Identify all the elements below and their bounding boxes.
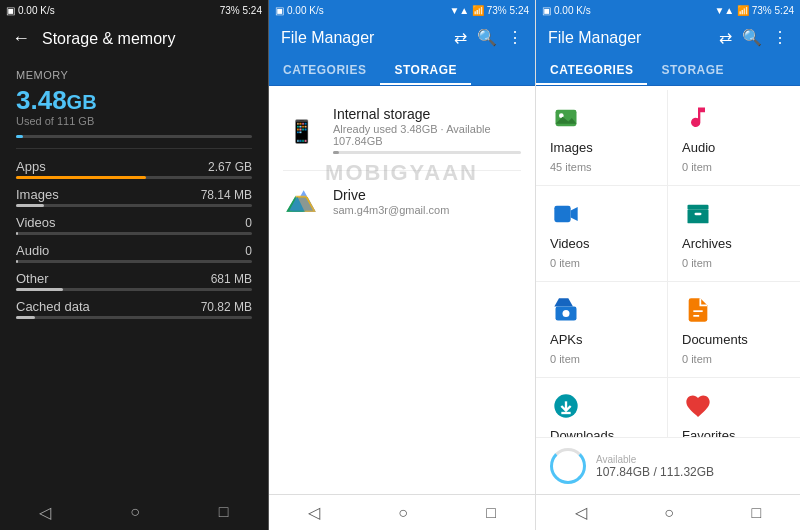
documents-cat-count: 0 item — [682, 353, 712, 365]
images-label: Images — [16, 187, 59, 202]
file-manager-storage-panel: ▣ 0.00 K/s ▼▲ 📶 73% 5:24 File Manager ⇄ … — [268, 0, 535, 530]
notif-icon-p2: ▣ — [275, 5, 284, 16]
videos-progress — [16, 232, 252, 235]
cat-item-audio[interactable]: Audio 0 item — [668, 90, 800, 186]
storage-list: 📱 Internal storage Already used 3.48GB ·… — [269, 86, 535, 494]
videos-cat-name: Videos — [550, 236, 590, 251]
more-icon-p3[interactable]: ⋮ — [772, 28, 788, 47]
images-value: 78.14 MB — [201, 188, 252, 202]
divider1 — [16, 148, 252, 149]
home-nav-p2[interactable]: ○ — [382, 500, 424, 526]
favorites-icon — [682, 390, 714, 422]
internal-storage-item[interactable]: 📱 Internal storage Already used 3.48GB ·… — [269, 94, 535, 170]
audio-progress-fill — [16, 260, 18, 263]
images-row: Images 78.14 MB — [16, 187, 252, 202]
apks-cat-count: 0 item — [550, 353, 580, 365]
tab-categories-p2[interactable]: CATEGORIES — [269, 55, 380, 85]
tab-bar-p2: CATEGORIES STORAGE — [269, 55, 535, 86]
archives-icon — [682, 198, 714, 230]
svg-rect-14 — [688, 209, 709, 223]
status-right-p2: ▼▲ 📶 73% 5:24 — [449, 5, 529, 16]
audio-section: Audio 0 — [16, 243, 252, 263]
home-nav-p3[interactable]: ○ — [648, 500, 690, 526]
audio-label: Audio — [16, 243, 49, 258]
downloads-cat-name: Downloads — [550, 428, 614, 437]
search-icon-p3[interactable]: 🔍 — [742, 28, 762, 47]
status-bar-p3: ▣ 0.00 K/s ▼▲ 📶 73% 5:24 — [536, 0, 800, 20]
available-label: Available — [596, 454, 714, 465]
downloads-icon — [550, 390, 582, 422]
apps-value: 2.67 GB — [208, 160, 252, 174]
fm-title-p2: File Manager — [281, 29, 374, 47]
status-left: ▣ 0.00 K/s — [6, 5, 55, 16]
more-icon[interactable]: ⋮ — [507, 28, 523, 47]
audio-cat-count: 0 item — [682, 161, 712, 173]
status-left-p3: ▣ 0.00 K/s — [542, 5, 591, 16]
drive-item[interactable]: Drive sam.g4m3r@gmail.com — [269, 171, 535, 231]
search-icon[interactable]: 🔍 — [477, 28, 497, 47]
cat-item-favorites[interactable]: Favorites 0 item — [668, 378, 800, 437]
archives-cat-name: Archives — [682, 236, 732, 251]
tab-bar-p3: CATEGORIES STORAGE — [536, 55, 800, 86]
cat-item-documents[interactable]: Documents 0 item — [668, 282, 800, 378]
file-manager-categories-panel: ▣ 0.00 K/s ▼▲ 📶 73% 5:24 File Manager ⇄ … — [535, 0, 800, 530]
recent-nav-p3[interactable]: □ — [736, 500, 778, 526]
svg-marker-12 — [571, 207, 578, 221]
audio-icon — [682, 102, 714, 134]
storage-circle-indicator — [550, 448, 586, 484]
tab-categories-p3[interactable]: CATEGORIES — [536, 55, 647, 85]
tab-storage-p2[interactable]: STORAGE — [380, 55, 471, 85]
svg-point-17 — [563, 310, 570, 317]
documents-cat-name: Documents — [682, 332, 748, 347]
memory-sub: Used of 111 GB — [16, 115, 252, 127]
other-value: 681 MB — [211, 272, 252, 286]
home-nav-p1[interactable]: ○ — [114, 499, 156, 525]
panel1-header: ← Storage & memory — [0, 20, 268, 57]
back-nav-p1[interactable]: ◁ — [23, 499, 67, 526]
videos-row: Videos 0 — [16, 215, 252, 230]
audio-row: Audio 0 — [16, 243, 252, 258]
cat-item-archives[interactable]: Archives 0 item — [668, 186, 800, 282]
other-row: Other 681 MB — [16, 271, 252, 286]
back-nav-p3[interactable]: ◁ — [559, 499, 603, 526]
internal-storage-name: Internal storage — [333, 106, 521, 122]
drive-info: Drive sam.g4m3r@gmail.com — [333, 187, 521, 216]
apks-icon — [550, 294, 582, 326]
available-value: 107.84GB / 111.32GB — [596, 465, 714, 479]
back-nav-p2[interactable]: ◁ — [292, 499, 336, 526]
back-button[interactable]: ← — [12, 28, 30, 49]
internal-storage-info: Internal storage Already used 3.48GB · A… — [333, 106, 521, 158]
status-right: 73% 5:24 — [220, 5, 262, 16]
memory-progress-bar — [16, 135, 252, 138]
recent-nav-p2[interactable]: □ — [470, 500, 512, 526]
internal-progress-fill — [333, 151, 339, 154]
recent-nav-p1[interactable]: □ — [203, 499, 245, 525]
svg-marker-7 — [289, 198, 313, 211]
archives-cat-count: 0 item — [682, 257, 712, 269]
other-section: Other 681 MB — [16, 271, 252, 291]
memory-progress-fill — [16, 135, 23, 138]
cat-item-apks[interactable]: APKs 0 item — [536, 282, 668, 378]
storage-footer-info: Available 107.84GB / 111.32GB — [596, 454, 714, 479]
transfer-icon-p3[interactable]: ⇄ — [719, 28, 732, 47]
svg-rect-11 — [554, 206, 570, 222]
status-right-p3: ▼▲ 📶 73% 5:24 — [714, 5, 794, 16]
cached-label: Cached data — [16, 299, 90, 314]
transfer-icon[interactable]: ⇄ — [454, 28, 467, 47]
internal-progress-bar — [333, 151, 521, 154]
images-progress — [16, 204, 252, 207]
cat-item-images[interactable]: Images 45 items — [536, 90, 668, 186]
apps-section: Apps 2.67 GB — [16, 159, 252, 179]
cat-item-downloads[interactable]: Downloads 0 item — [536, 378, 668, 437]
fm-action-icons: ⇄ 🔍 ⋮ — [454, 28, 523, 47]
notification-icon: ▣ — [6, 5, 15, 16]
videos-progress-fill — [16, 232, 18, 235]
drive-name: Drive — [333, 187, 521, 203]
tab-storage-p3[interactable]: STORAGE — [647, 55, 738, 85]
svg-rect-15 — [695, 213, 702, 215]
images-icon — [550, 102, 582, 134]
other-progress — [16, 288, 252, 291]
cat-item-videos[interactable]: Videos 0 item — [536, 186, 668, 282]
status-left-p2: ▣ 0.00 K/s — [275, 5, 324, 16]
videos-section: Videos 0 — [16, 215, 252, 235]
